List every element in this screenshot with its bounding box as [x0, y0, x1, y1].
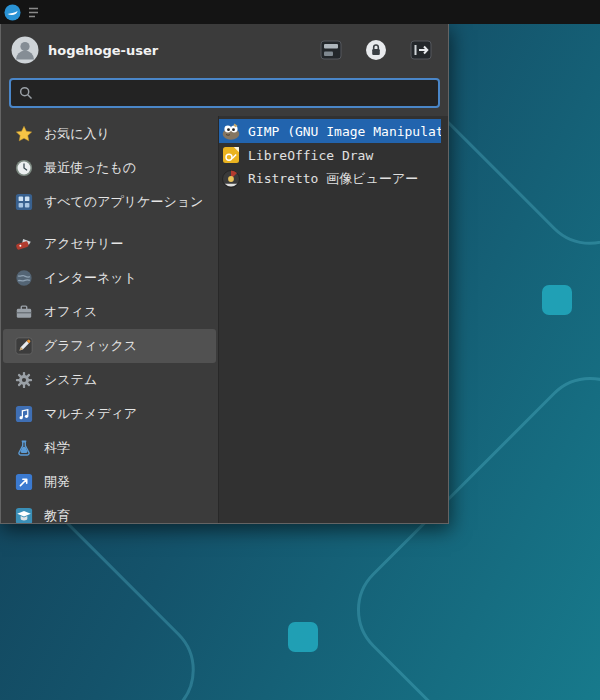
app-item-label: GIMP (GNU Image Manipulat… — [248, 124, 441, 139]
app-item-label: LibreOffice Draw — [248, 148, 373, 163]
sidebar-item-label: グラフィックス — [44, 337, 137, 355]
sidebar-item-label: お気に入り — [44, 125, 110, 143]
gimp-icon — [221, 121, 241, 141]
sidebar-item-accessories[interactable]: アクセサリー — [3, 227, 216, 261]
sidebar-item-favorites[interactable]: お気に入り — [3, 117, 216, 151]
username-label: hogehoge-user — [48, 43, 320, 58]
graphics-icon — [15, 337, 33, 355]
lock-icon[interactable] — [365, 39, 387, 61]
development-icon — [15, 473, 33, 491]
sidebar-item-system[interactable]: システム — [3, 363, 216, 397]
education-icon — [15, 507, 33, 523]
notes-lines-icon — [28, 6, 39, 19]
menu-header: hogehoge-user — [1, 24, 448, 76]
science-icon — [15, 439, 33, 457]
app-item-ristretto[interactable]: Ristretto 画像ビューアー — [219, 167, 441, 191]
sidebar-item-label: 開発 — [44, 473, 70, 491]
sidebar-item-multimedia[interactable]: マルチメディア — [3, 397, 216, 431]
settings-icon[interactable] — [320, 39, 342, 61]
sidebar-item-recently-used[interactable]: 最近使ったもの — [3, 151, 216, 185]
sidebar-item-label: システム — [44, 371, 97, 389]
search-input[interactable] — [39, 86, 430, 101]
wallpaper-shape — [288, 622, 318, 652]
app-item-label: Ristretto 画像ビューアー — [248, 170, 418, 188]
category-list: お気に入り 最近使ったもの すべてのアプリケーション アクセサリー — [1, 116, 218, 523]
multimedia-icon — [15, 405, 33, 423]
app-item-libreoffice-draw[interactable]: LibreOffice Draw — [219, 143, 441, 167]
accessories-icon — [15, 235, 33, 253]
top-panel — [0, 0, 600, 24]
menu-body: お気に入り 最近使ったもの すべてのアプリケーション アクセサリー — [1, 116, 448, 523]
sidebar-item-label: インターネット — [44, 269, 137, 287]
sidebar-item-education[interactable]: 教育 — [3, 499, 216, 523]
sidebar-item-graphics[interactable]: グラフィックス — [3, 329, 216, 363]
all-apps-icon — [15, 193, 33, 211]
system-icon — [15, 371, 33, 389]
sidebar-item-internet[interactable]: インターネット — [3, 261, 216, 295]
category-separator — [1, 219, 218, 227]
sidebar-item-label: アクセサリー — [44, 235, 124, 253]
sidebar-item-office[interactable]: オフィス — [3, 295, 216, 329]
header-buttons — [320, 39, 438, 61]
sidebar-item-label: 科学 — [44, 439, 70, 457]
search-icon — [19, 86, 33, 100]
logout-icon[interactable] — [410, 39, 432, 61]
application-list: GIMP (GNU Image Manipulat… LibreOffice D… — [218, 116, 448, 523]
panel-notes-icon[interactable] — [28, 6, 39, 19]
libreoffice-draw-icon — [221, 145, 241, 165]
app-item-gimp[interactable]: GIMP (GNU Image Manipulat… — [219, 119, 441, 143]
star-icon — [15, 125, 33, 143]
clock-icon — [15, 159, 33, 177]
ristretto-icon — [221, 169, 241, 189]
whisker-menu: hogehoge-user — [0, 24, 449, 524]
user-avatar[interactable] — [11, 36, 39, 64]
office-icon — [15, 303, 33, 321]
whisker-menu-button[interactable] — [4, 4, 21, 21]
sidebar-item-label: マルチメディア — [44, 405, 137, 423]
sidebar-item-label: 最近使ったもの — [44, 159, 136, 177]
sidebar-item-label: すべてのアプリケーション — [44, 193, 203, 211]
search-box — [9, 78, 440, 108]
internet-icon — [15, 269, 33, 287]
sidebar-item-label: 教育 — [44, 507, 70, 523]
sidebar-item-development[interactable]: 開発 — [3, 465, 216, 499]
sidebar-item-label: オフィス — [44, 303, 97, 321]
sidebar-item-all-applications[interactable]: すべてのアプリケーション — [3, 185, 216, 219]
wallpaper-shape — [542, 285, 572, 315]
sidebar-item-science[interactable]: 科学 — [3, 431, 216, 465]
xfce-logo-icon — [4, 4, 21, 21]
